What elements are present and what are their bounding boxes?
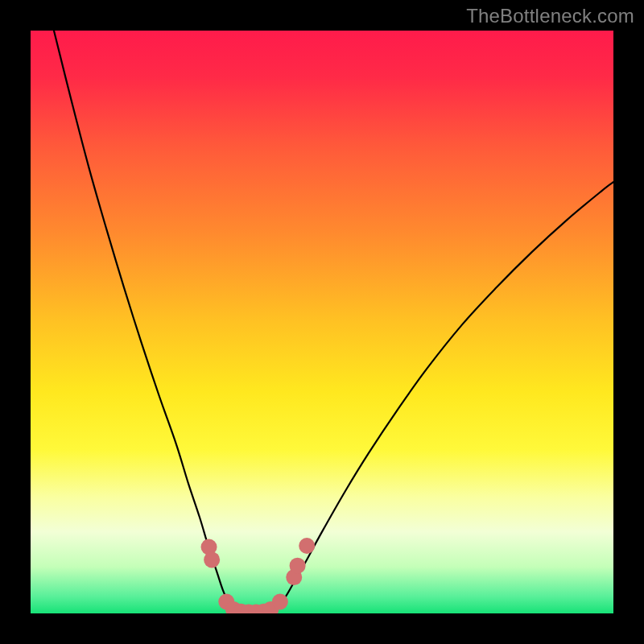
plot-svg — [31, 31, 613, 613]
marker-point — [290, 558, 306, 574]
gradient-background — [31, 31, 613, 613]
plot-area — [31, 31, 613, 613]
marker-point — [204, 551, 220, 568]
chart-container: TheBottleneck.com — [0, 0, 644, 644]
marker-point — [299, 538, 315, 554]
marker-point — [272, 594, 288, 610]
watermark-text: TheBottleneck.com — [466, 5, 634, 27]
